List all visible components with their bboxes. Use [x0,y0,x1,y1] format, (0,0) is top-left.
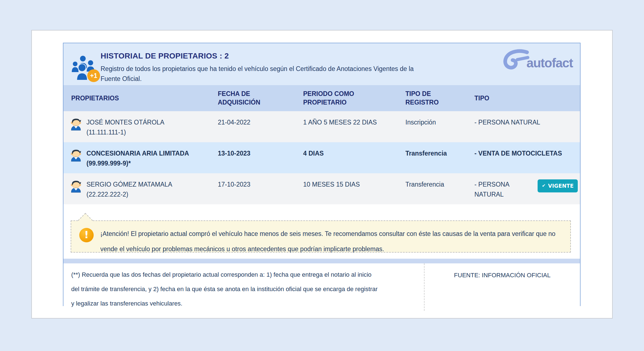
owner-name: CONCESIONARIA ARIA LIMITADA [86,148,189,158]
owner-rut: (11.111.111-1) [86,127,164,137]
table-row: SERGIO GÓMEZ MATAMALA (22.222.222-2) 17-… [63,173,580,204]
person-avatar-icon [69,179,83,199]
ownership-period: 1 AÑO 5 MESES 22 DIAS [303,117,405,137]
column-header-tipo: TIPO [474,94,580,103]
table-header: PROPIETARIOS FECHA DE ADQUISICIÓN PERIOD… [63,85,580,111]
warning-icon: ! [79,228,94,242]
owner-name: JOSÉ MONTES OTÁROLA [86,117,164,127]
owner-rut: (22.222.222-2) [86,189,172,199]
owner-rut: (99.999.999-9)* [86,158,189,168]
owner-name: SERGIO GÓMEZ MATAMALA [86,179,172,189]
ownership-period: 4 DIAS [303,148,405,168]
plus-one-badge: +1 [87,69,100,82]
page-subtitle: Registro de todos los propietarios que h… [101,64,415,84]
warning-bubble: ! ¡Atención! El propietario actual compr… [71,220,571,253]
acquisition-date: 13-10-2023 [218,148,303,168]
divider-band [63,259,580,263]
vigente-badge-label: VIGENTE [548,181,574,191]
acquisition-date: 21-04-2022 [218,117,303,137]
owner-type: - PERSONA NATURAL [474,117,540,127]
autofact-logo: autofact [502,49,573,71]
check-icon: ✔ [542,181,545,191]
owner-type: - PERSONA NATURAL [474,179,538,199]
person-avatar-icon [69,148,83,168]
column-header-propietarios: PROPIETARIOS [63,94,218,103]
notice-section: ! ¡Atención! El propietario actual compr… [63,204,580,259]
registry-type: Inscripción [405,117,474,137]
footer-source: FUENTE: INFORMACIÓN OFICIAL [424,263,580,311]
warning-text: ¡Atención! El propietario actual compró … [71,221,570,257]
owners-group-icon: +1 [70,54,96,81]
column-header-periodo: PERIODO COMO PROPIETARIO [303,90,372,107]
table-row: JOSÉ MONTES OTÁROLA (11.111.111-1) 21-04… [63,111,580,142]
registry-type: Transferencia [405,148,474,168]
owner-type: - VENTA DE MOTOCICLETAS [474,148,562,158]
column-header-fecha: FECHA DE ADQUISICIÓN [218,90,268,107]
person-avatar-icon [69,117,83,137]
panel-footer: (**) Recuerda que las dos fechas del pro… [63,263,580,311]
table-row: CONCESIONARIA ARIA LIMITADA (99.999.999-… [63,142,580,173]
acquisition-date: 17-10-2023 [218,179,303,199]
autofact-logo-text: autofact [527,55,573,70]
table-body: JOSÉ MONTES OTÁROLA (11.111.111-1) 21-04… [63,111,580,204]
panel-header: +1 HISTORIAL DE PROPIETARIOS : 2 Registr… [63,43,580,85]
registry-type: Transferencia [405,179,474,199]
footer-note: (**) Recuerda que las dos fechas del pro… [63,263,424,311]
owners-history-panel: +1 HISTORIAL DE PROPIETARIOS : 2 Registr… [63,43,581,306]
vigente-badge: ✔ VIGENTE [538,179,578,192]
ownership-period: 10 MESES 15 DIAS [303,179,405,199]
report-card: +1 HISTORIAL DE PROPIETARIOS : 2 Registr… [31,30,613,319]
page-title: HISTORIAL DE PROPIETARIOS : 2 [101,52,415,60]
column-header-tipo-registro: TIPO DE REGISTRO [405,90,444,107]
